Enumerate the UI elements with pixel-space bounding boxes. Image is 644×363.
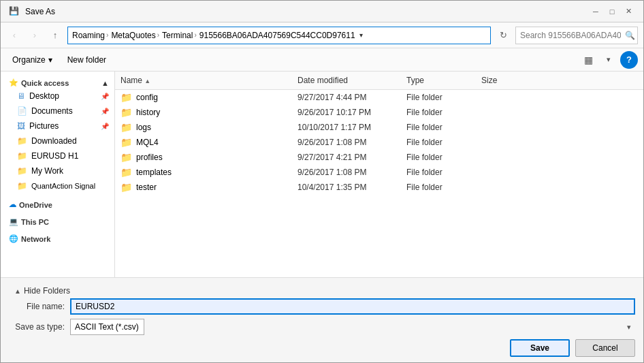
desktop-icon: 🖥 bbox=[17, 91, 25, 101]
forward-button[interactable]: › bbox=[27, 27, 43, 44]
sort-arrow-name: ▲ bbox=[144, 78, 150, 84]
dialog-icon: 💾 bbox=[9, 6, 20, 17]
sidebar-item-eurusd[interactable]: 📁 EURUSD H1 bbox=[1, 148, 114, 163]
file-name-cell: 📁 tester bbox=[115, 182, 292, 193]
cancel-button[interactable]: Cancel bbox=[575, 339, 635, 357]
col-header-date[interactable]: Date modified bbox=[292, 74, 401, 86]
onedrive-icon: ☁ bbox=[9, 200, 16, 209]
table-row[interactable]: 📁 config 9/27/2017 4:44 PM File folder bbox=[115, 90, 643, 105]
chevron-up-icon: ▲ bbox=[14, 287, 21, 295]
sidebar-item-desktop[interactable]: 🖥 Desktop 📌 bbox=[1, 89, 114, 104]
filename-row: File name: bbox=[9, 298, 635, 315]
col-header-name[interactable]: Name ▲ bbox=[115, 74, 292, 86]
save-button[interactable]: Save bbox=[510, 339, 570, 357]
documents-icon: 📄 bbox=[17, 106, 27, 116]
file-type-cell: File folder bbox=[401, 168, 476, 177]
table-row[interactable]: 📁 profiles 9/27/2017 4:21 PM File folder bbox=[115, 150, 643, 165]
file-list: 📁 config 9/27/2017 4:44 PM File folder 📁… bbox=[115, 90, 643, 277]
file-name-cell: 📁 history bbox=[115, 107, 292, 118]
back-button[interactable]: ‹ bbox=[6, 27, 22, 44]
dialog-title: Save As bbox=[25, 7, 55, 16]
maximize-button[interactable]: □ bbox=[605, 5, 619, 18]
sidebar-item-downloaded[interactable]: 📁 Downloaded bbox=[1, 133, 114, 148]
path-dropdown-button[interactable]: ▾ bbox=[358, 30, 364, 40]
col-header-size[interactable]: Size bbox=[476, 74, 530, 86]
star-icon: ⭐ bbox=[9, 78, 18, 87]
file-name-cell: 📁 templates bbox=[115, 167, 292, 178]
file-name-cell: 📁 profiles bbox=[115, 152, 292, 163]
refresh-button[interactable]: ↻ bbox=[495, 27, 511, 44]
file-name: config bbox=[136, 93, 158, 102]
pictures-icon: 🖼 bbox=[17, 121, 25, 131]
table-row[interactable]: 📁 history 9/26/2017 10:17 PM File folder bbox=[115, 105, 643, 120]
address-path[interactable]: Roaming › MetaQuotes › Terminal › 915566… bbox=[67, 27, 491, 44]
hide-folders-row[interactable]: ▲ Hide Folders bbox=[9, 283, 635, 298]
quick-access-label: Quick access bbox=[21, 79, 69, 87]
sidebar-section-onedrive: ☁ OneDrive bbox=[1, 196, 114, 210]
file-type-cell: File folder bbox=[401, 108, 476, 117]
eurusd-icon: 📁 bbox=[17, 151, 27, 161]
file-date-cell: 9/27/2017 4:21 PM bbox=[292, 153, 401, 162]
thispc-icon: 💻 bbox=[9, 217, 18, 226]
table-row[interactable]: 📁 tester 10/4/2017 1:35 PM File folder bbox=[115, 180, 643, 195]
file-date-cell: 9/27/2017 4:44 PM bbox=[292, 93, 401, 102]
help-button[interactable]: ? bbox=[620, 51, 638, 69]
sidebar-label-thispc: This PC bbox=[21, 218, 49, 226]
path-segment-id: 915566BA06ADA407569C544CC0D97611 bbox=[199, 31, 355, 40]
sidebar-label-network: Network bbox=[21, 235, 50, 243]
network-icon: 🌐 bbox=[9, 234, 18, 243]
file-name: templates bbox=[136, 168, 172, 177]
minimize-button[interactable]: ─ bbox=[589, 5, 602, 18]
sidebar-label-pictures: Pictures bbox=[29, 121, 59, 131]
sidebar-item-thispc[interactable]: 💻 This PC bbox=[1, 213, 114, 227]
file-date-cell: 9/26/2017 10:17 PM bbox=[292, 108, 401, 117]
file-name: history bbox=[136, 108, 160, 117]
sidebar-label-quantaction: QuantAction Signal bbox=[31, 182, 95, 190]
folder-icon: 📁 bbox=[120, 137, 132, 148]
file-name: profiles bbox=[136, 153, 163, 162]
mywork-icon: 📁 bbox=[17, 166, 27, 176]
file-type-cell: File folder bbox=[401, 138, 476, 147]
table-row[interactable]: 📁 logs 10/10/2017 1:17 PM File folder bbox=[115, 120, 643, 135]
hide-folders-label: Hide Folders bbox=[24, 286, 70, 296]
folder-icon: 📁 bbox=[120, 122, 132, 133]
view-button[interactable]: ▦ bbox=[579, 51, 597, 69]
filename-input[interactable] bbox=[70, 298, 635, 315]
pin-icon-desktop: 📌 bbox=[101, 93, 109, 100]
sidebar-item-documents[interactable]: 📄 Documents 📌 bbox=[1, 104, 114, 119]
up-button[interactable]: ↑ bbox=[47, 27, 63, 44]
sidebar-item-quantaction[interactable]: 📁 QuantAction Signal bbox=[1, 178, 114, 193]
bottom-area: ▲ Hide Folders File name: Save as type: … bbox=[1, 277, 643, 362]
sidebar-item-network[interactable]: 🌐 Network bbox=[1, 230, 114, 244]
path-segment-terminal: Terminal › bbox=[162, 31, 197, 40]
search-input[interactable] bbox=[515, 27, 638, 44]
sidebar-label-mywork: My Work bbox=[31, 166, 63, 176]
sidebar-item-pictures[interactable]: 🖼 Pictures 📌 bbox=[1, 119, 114, 133]
title-bar: 💾 Save As ─ □ ✕ bbox=[1, 1, 643, 22]
file-type-cell: File folder bbox=[401, 183, 476, 192]
search-wrap: 🔍 bbox=[515, 27, 638, 44]
new-folder-button[interactable]: New folder bbox=[61, 52, 112, 67]
view-dropdown-button[interactable]: ▾ bbox=[600, 51, 617, 69]
col-header-type[interactable]: Type bbox=[401, 74, 476, 86]
organize-button[interactable]: Organize ▾ bbox=[6, 52, 59, 67]
sidebar: ⭐ Quick access ▲ 🖥 Desktop 📌 📄 Documents… bbox=[1, 72, 115, 277]
file-date-cell: 10/10/2017 1:17 PM bbox=[292, 123, 401, 132]
saveastype-select-wrap: ASCII Text (*.csv) CSV Files (*.csv) Tex… bbox=[70, 319, 635, 335]
file-list-header: Name ▲ Date modified Type Size bbox=[115, 72, 643, 90]
file-name-cell: 📁 logs bbox=[115, 122, 292, 133]
table-row[interactable]: 📁 MQL4 9/26/2017 1:08 PM File folder bbox=[115, 135, 643, 150]
path-segment-roaming: Roaming › bbox=[72, 31, 108, 40]
sidebar-item-mywork[interactable]: 📁 My Work bbox=[1, 163, 114, 178]
path-segment-metaquotes: MetaQuotes › bbox=[111, 31, 159, 40]
sidebar-item-onedrive[interactable]: ☁ OneDrive bbox=[1, 196, 114, 210]
title-bar-left: 💾 Save As bbox=[9, 6, 55, 17]
search-icon[interactable]: 🔍 bbox=[625, 31, 635, 40]
table-row[interactable]: 📁 templates 9/26/2017 1:08 PM File folde… bbox=[115, 165, 643, 180]
close-button[interactable]: ✕ bbox=[622, 5, 635, 18]
sidebar-header-quickaccess[interactable]: ⭐ Quick access ▲ bbox=[1, 74, 114, 89]
saveastype-select[interactable]: ASCII Text (*.csv) CSV Files (*.csv) Tex… bbox=[70, 319, 144, 335]
sidebar-label-downloaded: Downloaded bbox=[31, 136, 77, 146]
toolbar: Organize ▾ New folder ▦ ▾ ? bbox=[1, 48, 643, 72]
folder-icon: 📁 bbox=[120, 182, 132, 193]
